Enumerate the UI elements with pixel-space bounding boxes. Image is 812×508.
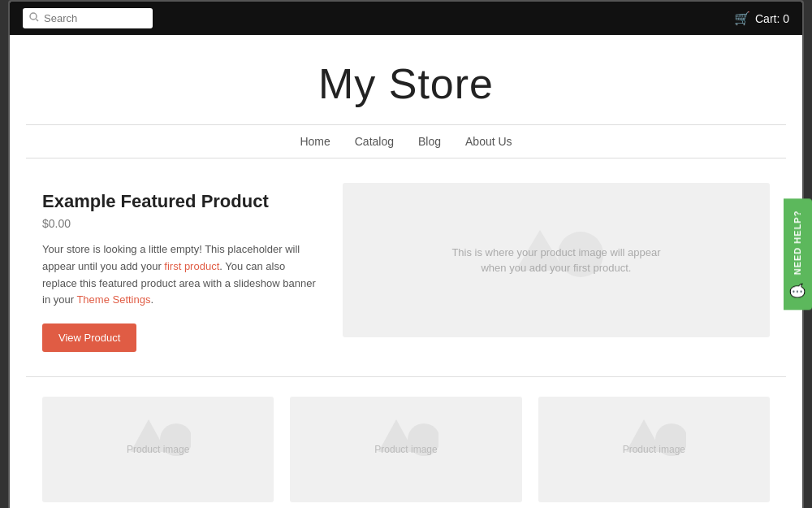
desc-link-2[interactable]: Theme Settings xyxy=(76,293,150,306)
product-image-label-1: Product image xyxy=(127,444,189,455)
featured-placeholder-text: This is where your product image will ap… xyxy=(451,245,660,276)
featured-product-title: Example Featured Product xyxy=(42,191,318,212)
product-card-3[interactable]: Product image Example Product title ₦0.0… xyxy=(538,397,770,508)
cart-label: Cart: 0 xyxy=(755,12,789,25)
store-header: My Store xyxy=(10,35,802,124)
product-image-2: Product image xyxy=(290,397,521,502)
nav-blog[interactable]: Blog xyxy=(418,135,441,148)
featured-section: Example Featured Product $0.00 Your stor… xyxy=(26,158,786,377)
search-input[interactable] xyxy=(23,8,153,28)
product-image-label-2: Product image xyxy=(374,444,437,455)
nav-about[interactable]: About Us xyxy=(465,135,512,148)
svg-point-0 xyxy=(30,13,37,20)
cart-area[interactable]: 🛒 Cart: 0 xyxy=(734,11,789,26)
need-help-label: NEED HELP? xyxy=(793,210,803,275)
main-content: My Store Home Catalog Blog About Us Exam… xyxy=(10,35,802,508)
nav-catalog[interactable]: Catalog xyxy=(355,135,394,148)
product-card-2[interactable]: Product image Example Product title ₦0.0… xyxy=(290,397,521,508)
product-image-3: Product image xyxy=(538,397,770,502)
featured-info: Example Featured Product $0.00 Your stor… xyxy=(42,183,318,352)
nav-home[interactable]: Home xyxy=(300,135,330,148)
desc-text-3: . xyxy=(150,293,153,306)
svg-line-1 xyxy=(37,20,39,22)
featured-product-price: $0.00 xyxy=(42,217,318,230)
search-wrapper xyxy=(23,8,153,28)
browser-frame: 🛒 Cart: 0 My Store Home Catalog Blog Abo… xyxy=(8,0,804,508)
need-help-icon: 💬 xyxy=(790,281,806,298)
top-bar: 🛒 Cart: 0 xyxy=(10,2,802,35)
product-image-1: Product image xyxy=(42,397,274,502)
nav-bar: Home Catalog Blog About Us xyxy=(26,124,786,158)
desc-link-1[interactable]: first product xyxy=(164,260,219,272)
need-help-widget[interactable]: 💬 NEED HELP? xyxy=(784,198,812,310)
store-title: My Store xyxy=(26,59,786,108)
cart-icon: 🛒 xyxy=(734,11,750,26)
search-icon xyxy=(29,12,39,24)
product-card-1[interactable]: Product image Example Product title ₦0.0… xyxy=(42,397,274,508)
view-product-button[interactable]: View Product xyxy=(42,323,136,352)
featured-description: Your store is looking a little empty! Th… xyxy=(42,241,318,309)
product-grid: Product image Example Product title ₦0.0… xyxy=(10,377,802,508)
product-image-label-3: Product image xyxy=(623,444,685,455)
featured-image-placeholder: This is where your product image will ap… xyxy=(343,183,770,337)
